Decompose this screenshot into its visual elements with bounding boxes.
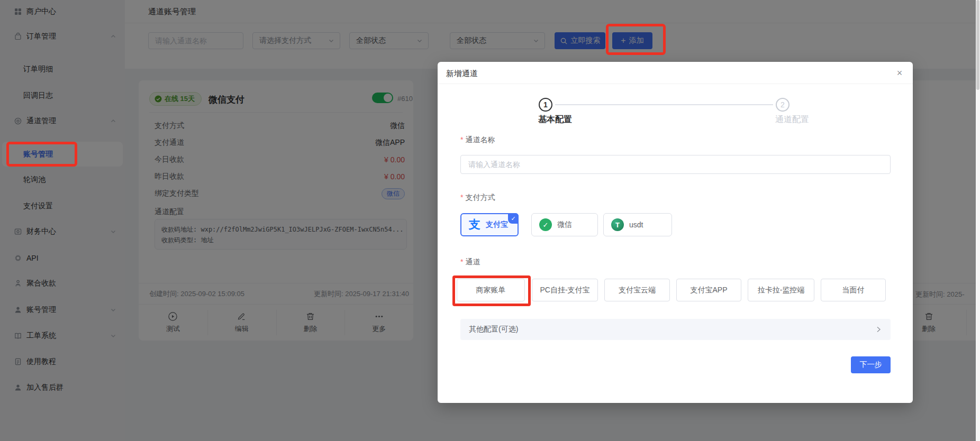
channel-label: *通道 (460, 258, 480, 267)
next-step-button[interactable]: 下一步 (851, 356, 891, 373)
usdt-logo-icon: T (611, 218, 624, 231)
pay-option-wechat[interactable]: ✓ 微信 (531, 213, 598, 236)
pay-option-usdt[interactable]: T usdt (603, 213, 672, 236)
step-2-label: 通道配置 (775, 114, 809, 125)
stepper-line (555, 104, 773, 105)
channel-option-merchant-bill[interactable]: 商家账单 (457, 279, 525, 301)
label-text: 支付方式 (465, 193, 495, 201)
channel-option-pc-alipay[interactable]: PC自挂-支付宝 (532, 279, 598, 301)
channel-name-input[interactable] (460, 155, 891, 174)
other-config-row[interactable]: 其他配置(可选) (460, 319, 891, 340)
channel-option-label: 支付宝云端 (619, 286, 656, 295)
app-screen: 商户中心 订单管理 订单明细 回调日志 通道管理 账号管理 轮询池 支付设置 (0, 0, 980, 441)
channel-option-alipay-app[interactable]: 支付宝APP (676, 279, 741, 301)
required-mark: * (460, 258, 463, 266)
selected-check-icon: ✓ (508, 213, 519, 224)
close-icon[interactable]: × (894, 67, 905, 79)
channel-option-label: 拉卡拉-监控端 (758, 286, 805, 295)
step-1-label: 基本配置 (538, 114, 572, 125)
modal-header: 新增通道 × (438, 62, 913, 84)
channel-option-label: 当面付 (842, 286, 865, 295)
channel-option-alipay-cloud[interactable]: 支付宝云端 (604, 279, 670, 301)
pay-option-alipay[interactable]: 支 支付宝 ✓ (460, 213, 519, 236)
alipay-logo-icon: 支 (469, 219, 480, 231)
label-text: 通道 (465, 258, 480, 266)
channel-option-label: PC自挂-支付宝 (540, 286, 589, 295)
pay-option-label: usdt (629, 221, 643, 229)
add-channel-modal: 新增通道 × 1 2 基本配置 通道配置 *通道名称 *支付方式 支 支付宝 ✓… (438, 62, 913, 403)
step-number: 2 (781, 100, 785, 109)
channel-option-lakala-monitor[interactable]: 拉卡拉-监控端 (748, 279, 814, 301)
required-mark: * (460, 135, 463, 144)
scrollbar-thumb[interactable] (976, 0, 979, 90)
pay-option-label: 微信 (557, 220, 572, 229)
step-2-circle: 2 (776, 98, 790, 112)
pay-option-label: 支付宝 (486, 220, 508, 229)
channel-option-face-to-face[interactable]: 当面付 (821, 279, 886, 301)
required-mark: * (460, 193, 463, 201)
step-1-circle: 1 (539, 98, 552, 112)
channel-option-label: 支付宝APP (690, 286, 727, 295)
chevron-right-icon (875, 326, 882, 333)
modal-title: 新增通道 (446, 69, 478, 79)
wechat-logo-icon: ✓ (539, 218, 552, 231)
other-config-label: 其他配置(可选) (469, 325, 518, 334)
scrollbar[interactable] (976, 0, 980, 441)
step-number: 1 (543, 100, 548, 109)
pay-method-label: *支付方式 (460, 193, 495, 203)
channel-option-label: 商家账单 (476, 286, 506, 295)
label-text: 通道名称 (465, 135, 495, 144)
channel-name-label: *通道名称 (460, 135, 495, 145)
